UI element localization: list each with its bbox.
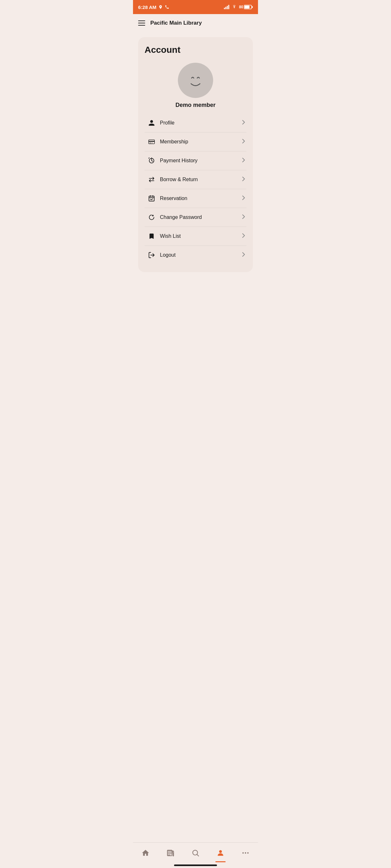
svg-rect-10: [151, 143, 152, 143]
svg-rect-1: [225, 7, 226, 9]
user-name: Demo member: [175, 102, 215, 108]
logout-menu-item[interactable]: Logout: [144, 246, 247, 265]
change-password-chevron-icon: [242, 214, 245, 220]
logout-icon: [146, 252, 157, 258]
signal-icon: [224, 5, 229, 9]
wish-list-chevron-icon: [242, 233, 245, 239]
membership-icon: [146, 138, 157, 145]
reservation-menu-item[interactable]: Reservation: [144, 189, 247, 208]
payment-history-icon: [146, 157, 157, 164]
account-card: Account Demo member: [138, 37, 253, 272]
status-icons: 80: [224, 5, 253, 9]
membership-chevron-icon: [242, 138, 245, 145]
borrow-return-chevron-icon: [242, 176, 245, 183]
profile-label: Profile: [160, 120, 242, 126]
borrow-return-menu-item[interactable]: Borrow & Return: [144, 170, 247, 189]
membership-menu-item[interactable]: Membership: [144, 132, 247, 151]
reservation-icon: [146, 195, 157, 202]
profile-icon: [146, 119, 157, 126]
phone-icon: [165, 5, 169, 9]
logout-chevron-icon: [242, 252, 245, 258]
payment-history-menu-item[interactable]: Payment History: [144, 151, 247, 170]
wish-list-icon: [146, 233, 157, 240]
wish-list-menu-item[interactable]: Wish List: [144, 227, 247, 246]
battery-icon: [244, 5, 253, 9]
main-content: Account Demo member: [133, 32, 258, 277]
profile-chevron-icon: [242, 120, 245, 126]
borrow-return-icon: [146, 176, 157, 183]
svg-rect-5: [245, 6, 250, 9]
profile-menu-item[interactable]: Profile: [144, 114, 247, 132]
header: Pacific Main Library: [133, 14, 258, 32]
menu-button[interactable]: [138, 21, 145, 26]
menu-list: Profile Membership: [144, 114, 247, 265]
time-text: 6:28 AM: [138, 4, 157, 10]
svg-rect-3: [228, 5, 229, 9]
avatar-face-icon: [184, 69, 207, 92]
change-password-label: Change Password: [160, 214, 242, 220]
wish-list-label: Wish List: [160, 233, 242, 239]
logout-label: Logout: [160, 252, 242, 258]
borrow-return-label: Borrow & Return: [160, 177, 242, 182]
reservation-label: Reservation: [160, 195, 242, 201]
reservation-chevron-icon: [242, 195, 245, 202]
svg-rect-6: [252, 6, 253, 8]
account-title: Account: [144, 45, 247, 55]
battery-text: 80: [239, 5, 243, 9]
battery-container: 80: [239, 5, 253, 9]
header-title: Pacific Main Library: [150, 20, 202, 26]
change-password-menu-item[interactable]: Change Password: [144, 208, 247, 227]
change-password-icon: [146, 214, 157, 221]
svg-rect-0: [224, 8, 225, 9]
payment-history-label: Payment History: [160, 158, 242, 163]
payment-history-chevron-icon: [242, 157, 245, 164]
status-time: 6:28 AM: [138, 4, 169, 10]
svg-rect-11: [149, 196, 155, 201]
svg-rect-2: [227, 6, 227, 9]
svg-rect-8: [149, 141, 155, 142]
membership-label: Membership: [160, 139, 242, 145]
svg-rect-9: [150, 143, 151, 143]
alarm-icon: [158, 5, 163, 9]
status-bar: 6:28 AM 80: [133, 0, 258, 14]
avatar[interactable]: [178, 63, 213, 98]
wifi-icon: [231, 5, 237, 9]
avatar-container: Demo member: [144, 63, 247, 108]
